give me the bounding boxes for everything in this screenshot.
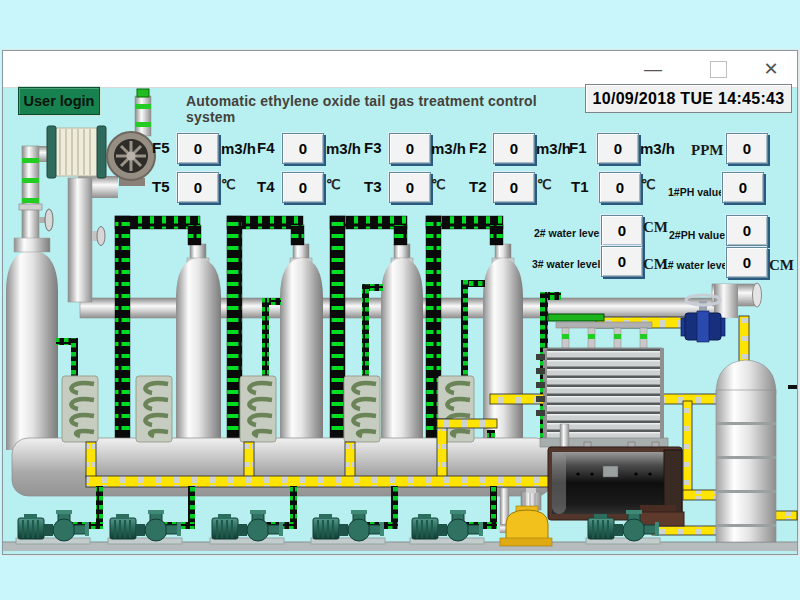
flow-label-f2: F2 [469,139,487,156]
flow-value-f4[interactable]: 0 [282,133,324,164]
flow-unit-f1: m3/h [640,140,675,157]
screen: — ✕ [0,0,800,600]
water2-label: 2# water level [534,227,602,239]
scrubber-column [716,316,797,542]
ppm-value[interactable]: 0 [726,133,768,164]
plate-heat-exchanger [536,314,668,447]
dosing-pump-icon [500,488,552,546]
temp-unit-t2: ℃ [537,177,552,192]
temp-value-t2[interactable]: 0 [493,172,535,203]
ph2-value[interactable]: 0 [726,215,768,246]
flow-value-f1[interactable]: 0 [597,133,639,164]
temp-value-t5[interactable]: 0 [177,172,219,203]
temp-unit-t1: ℃ [641,177,656,192]
absorber-column-1 [6,238,58,450]
temp-label-t2: T2 [469,178,487,195]
flow-unit-f4: m3/h [326,140,361,157]
flow-unit-f3: m3/h [431,140,466,157]
water3-label: 3# water level [532,258,600,270]
user-login-button[interactable]: User login [18,87,100,115]
temp-value-t3[interactable]: 0 [389,172,431,203]
temp-unit-t4: ℃ [326,177,341,192]
flow-value-f3[interactable]: 0 [389,133,431,164]
temp-unit-t3: ℃ [431,177,446,192]
temp-label-t5: T5 [152,178,170,195]
blower-fan-icon [107,89,155,186]
flow-label-f3: F3 [364,139,382,156]
water1-label: 1# water level [662,259,730,271]
absorber-column-3 [280,244,323,450]
temp-value-t1[interactable]: 0 [599,172,641,203]
datetime-display: 10/09/2018 TUE 14:45:43 [585,84,792,113]
temp-label-t1: T1 [571,178,589,195]
ph1-label: 1#PH value [668,186,724,198]
flow-unit-f5: m3/h [221,140,256,157]
flow-label-f5: F5 [152,139,170,156]
absorber-column-2 [176,244,221,450]
flow-value-f2[interactable]: 0 [493,133,535,164]
temp-label-t4: T4 [257,178,275,195]
water2-value[interactable]: 0 [601,215,643,246]
temp-label-t3: T3 [364,178,382,195]
flow-value-f5[interactable]: 0 [177,133,219,164]
flow-label-f1: F1 [569,139,587,156]
temp-value-t4[interactable]: 0 [282,172,324,203]
ph1-value[interactable]: 0 [722,172,764,203]
ph2-label: 2#PH value [669,229,725,241]
page-title: Automatic ethylene oxide tail gas treatm… [186,93,586,125]
water1-unit: CM [769,257,794,274]
flow-unit-f2: m3/h [536,140,571,157]
water2-unit: CM [643,219,668,236]
gate-valve-icon [681,295,725,342]
temp-unit-t5: ℃ [221,177,236,192]
flow-label-f4: F4 [257,139,275,156]
water1-value[interactable]: 0 [726,247,768,278]
water3-value[interactable]: 0 [601,246,643,277]
absorber-column-4 [381,244,423,450]
ppm-label: PPM [691,142,723,159]
heat-exchanger-icon [47,126,106,178]
